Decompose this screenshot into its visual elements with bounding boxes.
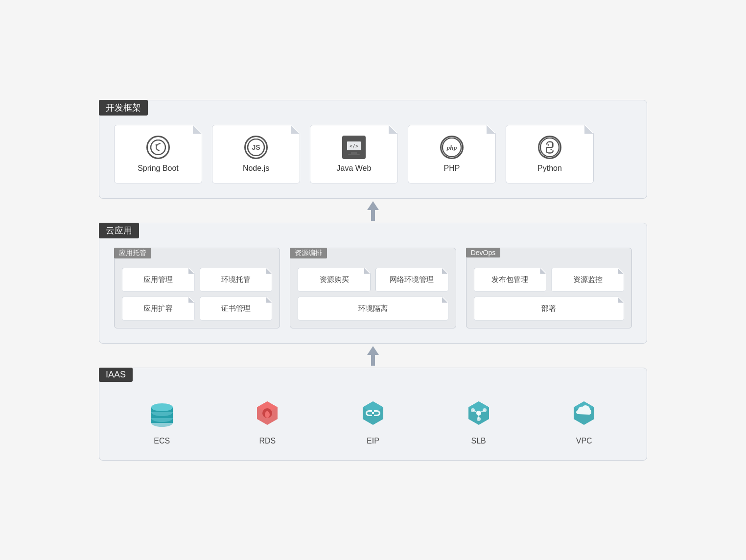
dev-framework-cards: Spring Boot JS Node.js </ xyxy=(114,125,632,184)
iaas-badge: IAAS xyxy=(99,368,133,382)
javaweb-label: Java Web xyxy=(337,164,372,173)
svg-text:JS: JS xyxy=(252,143,260,151)
eip-icon xyxy=(353,393,393,432)
svg-text:</>: </> xyxy=(350,143,358,149)
cloud-app-badge: 云应用 xyxy=(99,223,139,238)
rds-card: RDS xyxy=(248,393,287,445)
python-label: Python xyxy=(537,164,562,173)
svg-rect-26 xyxy=(372,412,374,414)
devops-grid: 发布包管理 资源监控 部署 xyxy=(474,268,624,321)
app-management-cell: 应用管理 xyxy=(122,268,195,292)
app-hosting-subsection: 应用托管 应用管理 环境托管 应用扩容 证书管理 xyxy=(114,248,280,328)
env-hosting-cell: 环境托管 xyxy=(200,268,273,292)
vpc-card: VPC xyxy=(564,393,604,445)
resource-orchestration-badge: 资源编排 xyxy=(290,248,327,258)
iaas-cards: ECS xyxy=(114,393,632,445)
rds-label: RDS xyxy=(259,437,276,445)
app-hosting-grid: 应用管理 环境托管 应用扩容 证书管理 xyxy=(122,268,272,321)
svg-text:php: php xyxy=(446,143,457,151)
dev-framework-section: 开发框架 Spring Boot JS xyxy=(99,100,647,199)
nodejs-label: Node.js xyxy=(243,164,269,173)
cert-management-cell: 证书管理 xyxy=(200,297,273,321)
slb-label: SLB xyxy=(471,437,486,445)
env-isolation-cell: 环境隔离 xyxy=(298,297,448,321)
eip-card: EIP xyxy=(353,393,393,445)
javaweb-icon: </> xyxy=(342,136,366,159)
ecs-icon xyxy=(142,393,182,432)
rds-icon xyxy=(248,393,287,432)
resource-monitor-cell: 资源监控 xyxy=(551,268,624,292)
spring-boot-label: Spring Boot xyxy=(138,164,179,173)
network-env-cell: 网络环境管理 xyxy=(375,268,448,292)
vpc-label: VPC xyxy=(576,437,592,445)
deploy-cell: 部署 xyxy=(474,297,624,321)
nodejs-icon: JS xyxy=(244,136,268,159)
spring-boot-card[interactable]: Spring Boot xyxy=(114,125,202,184)
slb-card: SLB xyxy=(459,393,498,445)
eip-label: EIP xyxy=(367,437,379,445)
arrow-dev-cloud xyxy=(99,199,647,223)
ecs-card: ECS xyxy=(142,393,182,445)
app-hosting-badge: 应用托管 xyxy=(114,248,151,258)
iaas-section: IAAS xyxy=(99,368,647,461)
php-card[interactable]: php PHP xyxy=(408,125,496,184)
springboot-icon xyxy=(146,136,170,159)
dev-framework-badge: 开发框架 xyxy=(99,100,148,116)
python-card[interactable]: Python xyxy=(506,125,594,184)
svg-point-0 xyxy=(151,140,165,155)
resource-orchestration-grid: 资源购买 网络环境管理 环境隔离 xyxy=(298,268,448,321)
javaweb-card[interactable]: </> Java Web xyxy=(310,125,398,184)
svg-rect-7 xyxy=(351,152,357,154)
svg-point-20 xyxy=(151,403,173,411)
cloud-app-section: 云应用 应用托管 应用管理 环境托管 应用扩容 证书管理 资源编排 资源购买 网… xyxy=(99,223,647,344)
nodejs-card[interactable]: JS Node.js xyxy=(212,125,300,184)
svg-rect-8 xyxy=(348,154,360,155)
devops-subsection: DevOps 发布包管理 资源监控 部署 xyxy=(466,248,632,328)
slb-icon xyxy=(459,393,498,432)
php-label: PHP xyxy=(444,164,460,173)
ecs-label: ECS xyxy=(154,437,170,445)
devops-badge: DevOps xyxy=(466,248,501,257)
python-icon xyxy=(538,136,561,159)
resource-purchase-cell: 资源购买 xyxy=(298,268,371,292)
svg-point-12 xyxy=(548,144,549,145)
app-expand-cell: 应用扩容 xyxy=(122,297,195,321)
diagram-container: 开发框架 Spring Boot JS xyxy=(79,80,667,480)
arrow-iaas-cloud xyxy=(99,344,647,368)
vpc-icon xyxy=(564,393,604,432)
svg-point-13 xyxy=(550,149,552,150)
publish-management-cell: 发布包管理 xyxy=(474,268,547,292)
resource-orchestration-subsection: 资源编排 资源购买 网络环境管理 环境隔离 xyxy=(290,248,456,328)
cloud-app-inner: 应用托管 应用管理 环境托管 应用扩容 证书管理 资源编排 资源购买 网络环境管… xyxy=(114,248,632,328)
svg-point-1 xyxy=(156,144,157,145)
php-icon: php xyxy=(440,136,464,159)
